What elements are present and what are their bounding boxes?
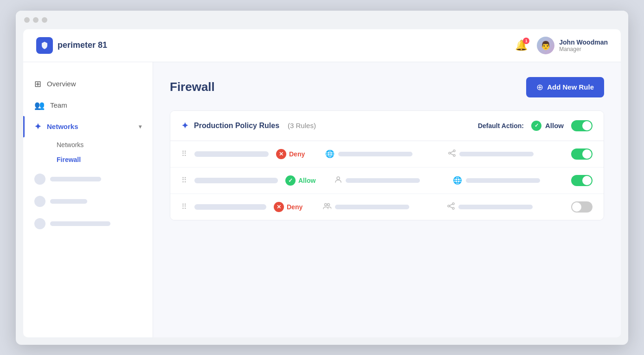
add-icon: ⊕ [536,82,543,92]
user-details: John Woodman Manager [559,39,608,52]
rule-toggle-2[interactable]: ✓ [571,175,592,186]
skeleton-circle-1 [34,174,45,185]
policy-section: ✦ Production Policy Rules (3 Rules) Defa… [170,110,604,220]
rule-action-3: ✕ Deny [274,202,316,212]
share-icon-3 [447,202,455,212]
titlebar-dot-1 [24,17,30,23]
detail-skel-1b [459,152,534,156]
policy-header-right: Default Action: ✓ Allow ✓ [478,120,592,131]
avatar: 👨 [537,37,554,54]
default-action-text: Allow [545,122,564,129]
rule-row-1: ⠿ ✕ Deny 🌐 [170,141,604,168]
skeleton-bar-1 [50,177,101,181]
page-header: Firewall ⊕ Add New Rule [170,77,604,97]
sidebar: ⊞ Overview 👥 Team ✦ Networks ▾ Networks … [23,62,153,337]
policy-count: (3 Rules) [288,122,316,129]
policy-header-left: ✦ Production Policy Rules (3 Rules) [181,121,316,131]
deny-icon-3: ✕ [274,202,284,212]
rule-name-skel-2 [194,178,278,183]
group-icon-3 [323,202,331,212]
skeleton-item-3 [23,213,153,234]
header-right: 🔔 1 👨 John Woodman Manager [515,37,608,54]
content-area: perimeter 81 🔔 1 👨 John Woodman Manager [23,29,621,337]
rule-detail-3a [323,202,440,212]
overview-icon: ⊞ [34,79,41,89]
sidebar-item-overview[interactable]: ⊞ Overview [23,73,153,95]
team-icon: 👥 [34,100,45,110]
default-action-value: ✓ Allow [531,121,564,131]
sub-nav: Networks Firewall [23,137,153,167]
svg-point-10 [452,207,454,209]
svg-line-3 [451,151,453,153]
drag-handle-2[interactable]: ⠿ [181,176,187,185]
logo-text: perimeter 81 [58,40,107,50]
globe-icon-2: 🌐 [453,176,462,185]
allow-icon-2: ✓ [285,175,296,186]
svg-point-7 [328,203,330,206]
svg-line-4 [451,154,453,155]
sub-nav-networks[interactable]: Networks [51,137,153,152]
networks-icon: ✦ [34,122,41,132]
detail-skel-3b [458,205,533,209]
user-info[interactable]: 👨 John Woodman Manager [537,37,608,54]
rule-action-1: ✕ Deny [276,149,318,159]
titlebar-dot-2 [33,17,39,23]
policy-name: Production Policy Rules [194,122,279,130]
policy-toggle[interactable]: ✓ [571,120,592,131]
main-layout: ⊞ Overview 👥 Team ✦ Networks ▾ Networks … [23,62,621,337]
logo-icon [36,37,53,54]
rule-action-label-1: Deny [289,150,305,158]
share-icon-1 [448,149,456,159]
rule-row-2: ⠿ ✓ Allow [170,168,604,194]
main-content: Firewall ⊕ Add New Rule ✦ Production Pol… [153,62,621,337]
svg-line-12 [450,207,452,208]
rule-action-label-2: Allow [298,177,316,184]
rule-row-3: ⠿ ✕ Deny [170,194,604,220]
skeleton-item-1 [23,169,153,189]
rule-toggle-3[interactable]: — [571,201,592,213]
skeleton-circle-3 [34,218,45,229]
rule-toggle-check-3: — [574,204,579,209]
policy-icon: ✦ [181,121,188,131]
titlebar [16,11,628,29]
add-btn-label: Add New Rule [547,83,594,91]
svg-point-2 [453,155,455,156]
globe-icon-1: 🌐 [325,149,335,158]
default-action-label: Default Action: [478,122,524,129]
networks-chevron: ▾ [139,123,142,130]
drag-handle-3[interactable]: ⠿ [181,202,187,211]
rule-detail-2a [335,176,445,185]
skeleton-bar-2 [50,199,87,204]
add-new-rule-button[interactable]: ⊕ Add New Rule [526,77,604,97]
svg-point-9 [448,205,450,207]
svg-point-0 [453,150,455,152]
page-title: Firewall [170,80,215,94]
notification-bell[interactable]: 🔔 1 [515,39,528,52]
rule-name-skel-3 [194,204,266,210]
notification-badge: 1 [523,38,529,44]
rule-action-2: ✓ Allow [285,175,327,186]
svg-point-6 [325,203,327,206]
detail-skel-2b [466,178,540,183]
drag-handle-1[interactable]: ⠿ [181,149,187,158]
logo: perimeter 81 [36,37,107,54]
rule-toggle-check-2: ✓ [586,178,590,183]
rule-toggle-1[interactable]: ✓ [571,148,592,160]
person-icon-2 [335,176,342,185]
rule-detail-3b [447,202,564,212]
sidebar-item-team[interactable]: 👥 Team [23,95,153,116]
rule-detail-2b: 🌐 [453,176,564,185]
titlebar-dot-3 [42,17,47,23]
user-role: Manager [559,46,608,52]
sidebar-item-networks[interactable]: ✦ Networks ▾ [23,116,153,137]
svg-point-8 [452,203,454,205]
rule-action-label-3: Deny [287,203,303,211]
skeleton-bar-3 [50,221,110,226]
app-window: perimeter 81 🔔 1 👨 John Woodman Manager [16,11,628,345]
user-name: John Woodman [559,39,608,46]
deny-icon-1: ✕ [276,149,286,159]
avatar-emoji: 👨 [541,40,551,51]
sub-nav-firewall[interactable]: Firewall [51,152,153,167]
detail-skel-2a [346,178,420,183]
default-action-check-icon: ✓ [531,121,541,131]
